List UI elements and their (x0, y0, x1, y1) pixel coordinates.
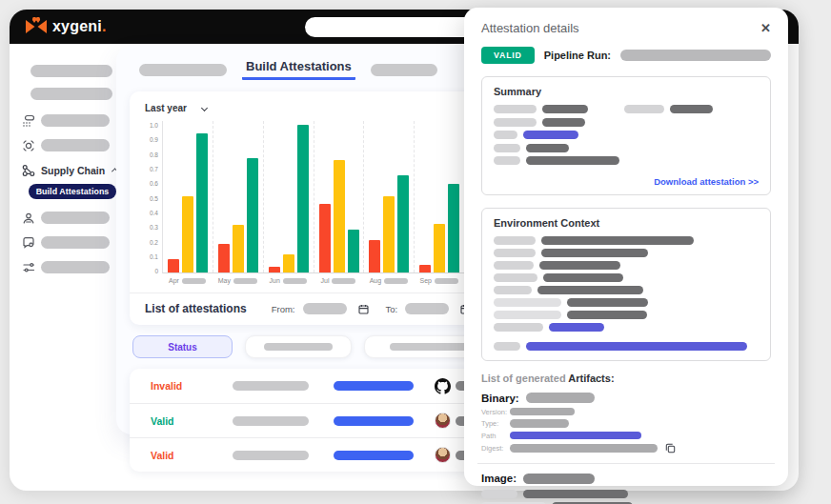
placeholder-pill (30, 88, 112, 100)
placeholder-pill-link[interactable] (334, 381, 414, 391)
bar-group (414, 121, 464, 272)
bar-partial (283, 254, 294, 272)
logo-text: xygeni (52, 18, 102, 34)
sidebar-item-users[interactable] (21, 212, 120, 224)
summary-fields (494, 105, 759, 165)
image-name-placeholder (523, 474, 595, 484)
bar-valid (196, 133, 208, 272)
placeholder-pill-link[interactable] (334, 416, 414, 426)
bar-group (314, 121, 364, 272)
artifact-field-label: Digest: (481, 444, 506, 453)
download-attestation-link[interactable]: Download attestation >> (494, 176, 759, 187)
from-date-input[interactable] (303, 303, 347, 314)
placeholder-pill (233, 416, 309, 426)
bar-partial (334, 160, 345, 272)
date-range-label: Last year (145, 103, 187, 113)
placeholder-pill (41, 212, 110, 224)
y-tick-label: 0.2 (150, 240, 158, 247)
artifact-field-row: Version: (481, 408, 771, 416)
redacted-field-row (494, 249, 759, 257)
redacted-field-row (494, 156, 759, 165)
redacted-field-row (494, 236, 759, 245)
redacted-field-row (481, 490, 771, 498)
bar-valid (448, 184, 459, 272)
redacted-field-row (494, 298, 759, 307)
placeholder-pill (567, 298, 648, 307)
binary-fields: Version:Type:PathDigest: (481, 408, 771, 454)
x-tick-label: Aug (370, 277, 381, 284)
user-icon (21, 211, 35, 225)
to-date-input[interactable] (405, 303, 449, 314)
placeholder-pill (494, 342, 520, 351)
supply-chain-icon (21, 163, 35, 177)
binary-name-placeholder (526, 393, 595, 403)
artifact-field-label: Type: (481, 419, 506, 428)
sidebar-item-settings[interactable] (21, 261, 120, 273)
status-filter-chip[interactable]: Status (132, 335, 233, 358)
placeholder-pill (41, 236, 110, 249)
filter-chip-placeholder[interactable] (245, 335, 352, 358)
bar-invalid (319, 204, 331, 272)
summary-card: Summary Download attestation >> (481, 76, 771, 195)
xygeni-logo-icon (25, 17, 48, 36)
copy-icon[interactable] (665, 443, 676, 454)
placeholder-pill (537, 286, 643, 294)
placeholder-pill-link[interactable] (334, 451, 414, 460)
attestation-details-panel: Attestation details ✕ VALID Pipeline Run… (464, 8, 788, 486)
github-icon (435, 378, 451, 394)
sidebar-item-supply-chain[interactable]: Supply Chain (21, 164, 120, 176)
bar-partial (434, 224, 445, 272)
redacted-field-row (494, 261, 759, 270)
artifact-field-row: Digest: (481, 443, 771, 454)
placeholder-pill (539, 261, 620, 270)
redacted-field-row (494, 144, 759, 152)
row-status: Valid (151, 450, 219, 461)
x-tick-label: Jun (270, 277, 280, 284)
bar-valid (297, 125, 309, 272)
sidebar-item[interactable] (21, 88, 120, 100)
sidebar-item-inventory[interactable] (21, 114, 120, 127)
placeholder-pill (542, 105, 588, 113)
placeholder-pill (494, 156, 520, 165)
placeholder-pill (523, 490, 628, 498)
sidebar-item-messages[interactable] (21, 236, 120, 249)
y-tick-label: 0.3 (150, 225, 158, 232)
placeholder-pill (233, 278, 257, 284)
y-tick-label: 0.5 (150, 196, 158, 203)
placeholder-pill (494, 144, 520, 152)
sidebar-item-scan[interactable] (21, 139, 120, 151)
sidebar-item-build-attestations-active[interactable]: Build Attestations (29, 184, 116, 199)
placeholder-pill (523, 131, 578, 139)
status-badge: VALID (481, 47, 535, 64)
placeholder-pill (543, 273, 623, 282)
xygeni-logo[interactable]: xygeni. (25, 17, 106, 36)
placeholder-pill (41, 139, 110, 151)
placeholder-pill (526, 144, 569, 152)
bar-partial (233, 225, 244, 272)
avatar (435, 447, 451, 463)
bar-valid (348, 230, 359, 272)
y-tick-label: 0.7 (150, 167, 158, 173)
y-tick-label: 0.4 (150, 211, 158, 217)
sidebar-item[interactable] (21, 65, 120, 77)
environment-context-card: Environment Context (481, 208, 771, 361)
placeholder-pill (510, 419, 569, 428)
placeholder-pill (283, 278, 307, 284)
row-status: Invalid (151, 380, 219, 392)
artifact-field-label: Version: (481, 408, 506, 416)
artifacts-prefix: List of generated (481, 373, 566, 384)
placeholder-pill (435, 278, 458, 284)
tab-placeholder[interactable] (371, 64, 437, 76)
sidebar: Supply Chain Build Attestations (10, 44, 120, 491)
placeholder-pill (494, 311, 561, 319)
close-icon[interactable]: ✕ (760, 22, 771, 34)
artifact-field-label: Path (481, 432, 506, 440)
sliders-icon (21, 260, 35, 274)
tab-placeholder[interactable] (139, 64, 227, 76)
placeholder-pill (264, 343, 333, 351)
y-tick-label: 0 (154, 269, 158, 275)
tab-build-attestations-active[interactable]: Build Attestations (242, 59, 355, 80)
calendar-icon[interactable] (358, 304, 369, 314)
pipeline-run-label: Pipeline Run: (544, 50, 611, 61)
placeholder-pill (541, 236, 694, 245)
